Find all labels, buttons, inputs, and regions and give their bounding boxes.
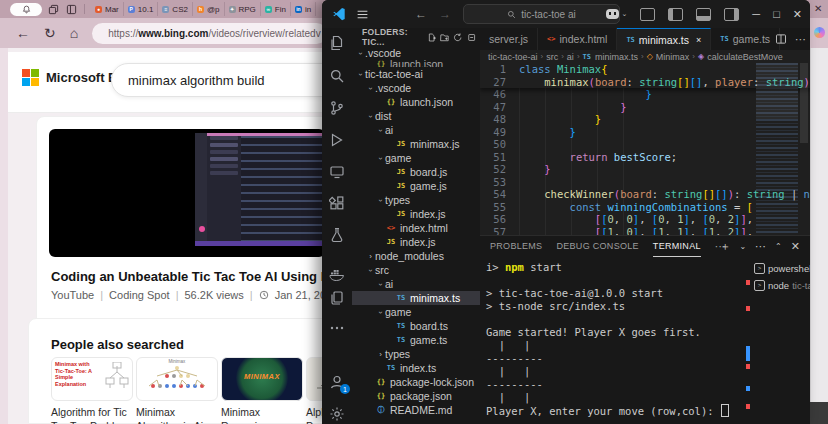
panel-more-icon[interactable]: ⋯	[755, 240, 766, 253]
explorer-item-tic-tac-toe-ai[interactable]: ›tic-tac-toe-ai	[352, 67, 480, 81]
new-terminal-icon[interactable]: ＋	[719, 239, 730, 254]
explorer-item-game[interactable]: ›game	[352, 151, 480, 165]
settings-icon[interactable]	[329, 406, 345, 422]
explorer-item-launch.json[interactable]: {}launch.json	[352, 60, 480, 67]
toggle-panel-icon[interactable]	[696, 8, 711, 21]
extensions-icon[interactable]	[329, 195, 345, 211]
new-folder-icon[interactable]	[440, 32, 449, 43]
toggle-secondary-sidebar-icon[interactable]	[724, 8, 739, 21]
search-icon[interactable]	[329, 68, 345, 84]
explorer-item-board.ts[interactable]: TSboard.ts	[352, 319, 480, 333]
panel-tab-debug-console[interactable]: DEBUG CONSOLE	[556, 236, 638, 256]
editor-tab-game.ts[interactable]: TSgame.ts	[711, 28, 780, 50]
editor-tab-index.html[interactable]: <>index.html	[538, 28, 617, 50]
explorer-item-index.ts[interactable]: TSindex.ts	[352, 361, 480, 375]
browser-tab-RPG[interactable]: ✦RPG	[225, 2, 261, 16]
people-searched-card[interactable]: MINIMAXMinimaxRomania	[221, 357, 302, 424]
close-tab-icon[interactable]: ×	[696, 35, 701, 45]
explorer-item-.vscode[interactable]: ›.vscode	[352, 81, 480, 95]
explorer-item-package-lock.json[interactable]: {}package-lock.json	[352, 375, 480, 389]
explorer-item-src[interactable]: ›src	[352, 263, 480, 277]
collapse-all-icon[interactable]	[467, 32, 476, 43]
explorer-item-game.js[interactable]: JSgame.js	[352, 179, 480, 193]
explorer-item-board.js[interactable]: JSboard.js	[352, 165, 480, 179]
explorer-item-index.js[interactable]: JSindex.js	[352, 207, 480, 221]
more-icon[interactable]	[329, 320, 345, 336]
maximize-panel-icon[interactable]: ⌃	[775, 242, 782, 251]
people-searched-card[interactable]: Minimax with Tic-Tac-Toe: A Simple Expla…	[51, 357, 132, 424]
source-control-icon[interactable]	[329, 100, 345, 116]
explorer-item-package.json[interactable]: {}package.json	[352, 389, 480, 403]
toggle-sidebar-icon[interactable]	[668, 8, 683, 21]
browser-close-button[interactable]: ✕	[814, 3, 822, 14]
maximize-button[interactable]: □	[773, 8, 780, 20]
explorer-item-game[interactable]: ›game	[352, 305, 480, 319]
account-icon[interactable]: 1	[329, 374, 345, 390]
menu-icon[interactable]	[356, 8, 369, 21]
browser-tab-CS2[interactable]: ≡CS2	[158, 2, 193, 16]
minimize-button[interactable]: ─	[752, 8, 760, 20]
people-searched-card[interactable]: MinimaxMinimaxAlgorithm in Ai	[136, 357, 217, 424]
video-thumbnail[interactable]	[49, 129, 325, 257]
back-button[interactable]: ←	[16, 26, 30, 40]
new-file-icon[interactable]	[427, 32, 436, 43]
close-panel-icon[interactable]: ✕	[791, 240, 800, 253]
browser-tab-in[interactable]: inin	[291, 2, 316, 16]
explorer-item-game.ts[interactable]: TSgame.ts	[352, 333, 480, 347]
editor-scrollbar[interactable]	[800, 63, 808, 143]
vertical-tabs-icon[interactable]	[64, 3, 78, 16]
explorer-item-minimax.ts[interactable]: TSminimax.ts	[352, 291, 480, 305]
code-editor[interactable]: 1class Minimax{27 minimax(board: string[…	[480, 63, 810, 235]
run-debug-icon[interactable]	[329, 132, 345, 148]
browser-profile-pill[interactable]	[10, 3, 42, 16]
explorer-item-index.html[interactable]: <>index.html	[352, 221, 480, 235]
copilot-icon[interactable]	[814, 27, 825, 38]
explorer-icon[interactable]	[329, 35, 345, 51]
browser-tab-Mar[interactable]: ●Mar	[91, 2, 124, 16]
home-button[interactable]: ⌂	[70, 26, 78, 40]
command-center-search[interactable]: tic-tac-toe ai	[463, 4, 620, 24]
copilot-menu-button[interactable]: ⌄	[606, 9, 627, 19]
terminal-dropdown-icon[interactable]: ⌄	[739, 242, 746, 251]
copilot-pages-icon[interactable]	[329, 290, 345, 306]
testing-icon[interactable]	[329, 227, 345, 243]
editor-tab-minimax.ts[interactable]: TSminimax.ts×	[617, 28, 711, 50]
refresh-icon[interactable]	[453, 32, 462, 43]
close-button[interactable]: ✕	[793, 8, 802, 21]
explorer-item-ai[interactable]: ›ai	[352, 277, 480, 291]
editor-tab-server.js[interactable]: server.js	[480, 28, 538, 50]
editor-more-actions-icon[interactable]: ⋯	[795, 33, 806, 46]
split-editor-icon[interactable]	[775, 33, 787, 45]
browser-tab-10.1[interactable]: P10.1	[124, 2, 159, 16]
customize-layout-icon[interactable]	[640, 8, 655, 21]
explorer-item-.vscode[interactable]: ›.vscode	[352, 46, 480, 60]
explorer-item-types[interactable]: ›types	[352, 347, 480, 361]
terminal-instance-powershell[interactable]: >powershell	[754, 260, 810, 277]
terminal-output[interactable]: i> npm start > tic-tac-toe-ai@1.0.0 star…	[486, 261, 729, 418]
breadcrumb-item[interactable]: minimax.ts	[595, 52, 638, 62]
tab-groups-icon[interactable]	[46, 3, 60, 16]
docker-icon[interactable]	[329, 266, 345, 282]
browser-tab-Fin[interactable]: ∞Fin	[261, 2, 291, 16]
edge-sidebar-strip[interactable]	[810, 48, 828, 402]
explorer-item-index.js[interactable]: JSindex.js	[352, 235, 480, 249]
breadcrumb-item[interactable]: calculateBestMove	[707, 52, 783, 62]
explorer-item-ai[interactable]: ›ai	[352, 123, 480, 137]
breadcrumb-item[interactable]: tic-tac-toe-ai	[488, 52, 538, 62]
editor-back-button[interactable]: ←	[415, 7, 427, 21]
explorer-item-minimax.js[interactable]: JSminimax.js	[352, 137, 480, 151]
terminal-instance-node[interactable]: >node tic-tac...	[754, 277, 810, 294]
explorer-item-types[interactable]: ›types	[352, 193, 480, 207]
breadcrumb-item[interactable]: Minimax	[656, 52, 690, 62]
remote-explorer-icon[interactable]	[329, 164, 345, 180]
panel-tab-terminal[interactable]: TERMINAL	[653, 236, 701, 257]
explorer-item-launch.json[interactable]: {}launch.json	[352, 95, 480, 109]
panel-tab-problems[interactable]: PROBLEMS	[490, 236, 542, 256]
explorer-item-dist[interactable]: ›dist	[352, 109, 480, 123]
minimap[interactable]	[756, 63, 798, 233]
breadcrumb-item[interactable]: ai	[567, 52, 574, 62]
browser-tab-@p[interactable]: h@p	[193, 2, 225, 16]
reload-button[interactable]: ↻	[44, 26, 56, 40]
editor-forward-button[interactable]: →	[439, 7, 451, 21]
address-bar[interactable]: https://www.bing.com/videos/riverview/re…	[92, 23, 327, 44]
